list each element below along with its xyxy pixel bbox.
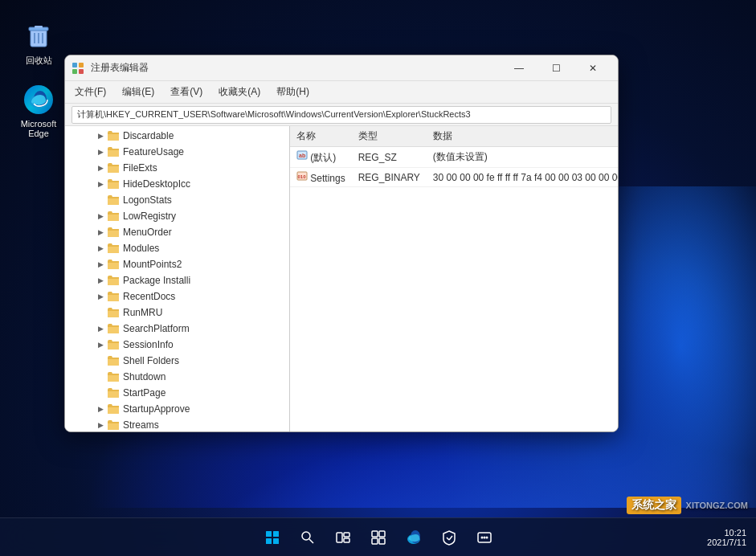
menu-favorites[interactable]: 收藏夹(A) — [212, 83, 267, 101]
tree-item-modules[interactable]: ▶ Modules — [65, 240, 289, 256]
expand-icon — [94, 354, 107, 367]
menu-file[interactable]: 文件(F) — [68, 83, 112, 101]
recycle-bin-label: 回收站 — [26, 55, 52, 67]
expand-icon: ▶ — [94, 274, 107, 287]
expand-icon: ▶ — [94, 161, 107, 174]
tree-item-mountpoints2[interactable]: ▶ MountPoints2 — [65, 256, 289, 272]
tree-label-startpage: StartPage — [123, 387, 166, 399]
svg-point-20 — [302, 532, 310, 540]
folder-icon — [107, 387, 120, 399]
tree-item-shellfolders[interactable]: Shell Folders — [65, 353, 289, 369]
expand-icon: ▶ — [94, 242, 107, 255]
svg-text:010: 010 — [298, 174, 307, 179]
tree-item-sessioninfo[interactable]: ▶ SessionInfo — [65, 337, 289, 353]
svg-rect-28 — [379, 538, 385, 544]
svg-rect-18 — [266, 538, 272, 544]
tree-item-featureusage[interactable]: ▶ FeatureUsage — [65, 144, 289, 160]
tree-label-modules: Modules — [123, 243, 159, 254]
col-data: 数据 — [427, 126, 618, 147]
expand-icon: ▶ — [94, 129, 107, 142]
svg-text:ab: ab — [299, 153, 305, 158]
menu-edit[interactable]: 编辑(E) — [116, 83, 161, 101]
edge-icon[interactable]: Microsoft Edge — [13, 80, 64, 141]
folder-icon — [107, 211, 120, 222]
tree-item-discardable[interactable]: ▶ Discardable — [65, 128, 289, 144]
maximize-button[interactable]: ☐ — [537, 55, 574, 81]
watermark-url: XITONGZ.COM — [686, 501, 748, 510]
table-row[interactable]: ab (默认) REG_SZ (数值未设置) — [290, 147, 618, 168]
folder-icon — [107, 307, 120, 318]
registry-tree[interactable]: ▶ Discardable ▶ FeatureUsage ▶ — [65, 126, 290, 431]
regedit-window: 注册表编辑器 — ☐ ✕ 文件(F) 编辑(E) 查看(V) 收藏夹(A) 帮助… — [64, 55, 619, 432]
tree-label-searchplatform: SearchPlatform — [123, 323, 190, 334]
tree-item-shutdown[interactable]: Shutdown — [65, 369, 289, 385]
svg-rect-19 — [273, 538, 279, 544]
folder-icon — [107, 243, 120, 254]
taskbar: 10:21 2021/7/11 — [0, 517, 756, 556]
svg-line-21 — [309, 539, 313, 543]
tree-label-logonstats: LogonStats — [123, 194, 172, 206]
folder-icon — [107, 162, 120, 174]
taskbar-chat[interactable] — [468, 521, 501, 554]
address-input[interactable]: 计算机\HKEY_CURRENT_USER\Software\Microsoft… — [72, 106, 611, 124]
tree-item-fileexts[interactable]: ▶ FileExts — [65, 160, 289, 176]
recycle-bin-image — [22, 19, 55, 51]
tree-item-startupapprove[interactable]: ▶ StartupApprove — [65, 401, 289, 417]
svg-point-34 — [480, 536, 483, 538]
folder-icon — [107, 130, 120, 141]
clock-date: 2021/7/11 — [707, 538, 746, 547]
table-row[interactable]: 010 Settings REG_BINARY 30 00 00 00 fe f… — [290, 168, 618, 187]
tree-item-logonstats[interactable]: LogonStats — [65, 192, 289, 208]
folder-icon — [107, 178, 120, 190]
expand-icon: ▶ — [94, 322, 107, 335]
taskbar-edge[interactable] — [398, 521, 430, 554]
tree-label-mountpoints2: MountPoints2 — [123, 259, 182, 270]
svg-rect-24 — [344, 538, 349, 542]
folder-icon — [107, 355, 120, 366]
tree-item-runmru[interactable]: RunMRU — [65, 305, 289, 321]
regedit-window-icon — [72, 62, 84, 75]
svg-rect-22 — [337, 533, 342, 542]
window-title: 注册表编辑器 — [91, 61, 501, 75]
svg-line-32 — [449, 536, 452, 540]
expand-icon: ▶ — [94, 338, 107, 351]
svg-point-36 — [485, 536, 488, 538]
tree-item-lowregistry[interactable]: ▶ LowRegistry — [65, 208, 289, 224]
folder-icon — [107, 323, 120, 334]
tree-item-searchplatform[interactable]: ▶ SearchPlatform — [65, 321, 289, 337]
cell-data-settings: 30 00 00 00 fe ff ff ff 7a f4 00 00 03 0… — [427, 168, 618, 187]
cell-data-default: (数值未设置) — [427, 147, 618, 168]
taskbar-widgets[interactable] — [362, 521, 394, 554]
registry-table: 名称 类型 数据 ab (默认) — [290, 126, 618, 187]
menu-view[interactable]: 查看(V) — [164, 83, 209, 101]
tree-label-streams: Streams — [123, 419, 159, 431]
tree-label-packageinstall: Package Installi — [123, 275, 190, 286]
taskbar-start[interactable] — [256, 521, 288, 554]
folder-icon — [107, 419, 120, 431]
svg-rect-2 — [35, 26, 43, 28]
tree-item-startpage[interactable]: StartPage — [65, 385, 289, 401]
taskbar-search[interactable] — [292, 521, 324, 554]
tree-item-packageinstall[interactable]: ▶ Package Installi — [65, 272, 289, 288]
minimize-button[interactable]: — — [501, 55, 537, 81]
tree-label-featureusage: FeatureUsage — [123, 146, 184, 157]
taskbar-taskview[interactable] — [327, 521, 359, 554]
cell-name-settings: 010 Settings — [290, 168, 352, 187]
tree-item-streams[interactable]: ▶ Streams — [65, 417, 289, 431]
expand-icon: ▶ — [94, 145, 107, 158]
close-button[interactable]: ✕ — [574, 55, 611, 81]
recycle-bin-icon[interactable]: 回收站 — [13, 16, 64, 70]
tree-item-menuorder[interactable]: ▶ MenuOrder — [65, 224, 289, 240]
address-bar: 计算机\HKEY_CURRENT_USER\Software\Microsoft… — [65, 104, 618, 126]
svg-rect-10 — [72, 69, 77, 74]
folder-icon — [107, 275, 120, 286]
taskbar-security[interactable] — [433, 521, 465, 554]
watermark-brand: 系统之家 — [627, 497, 681, 514]
expand-icon — [94, 386, 107, 399]
taskbar-clock: 10:21 2021/7/11 — [707, 528, 746, 547]
desktop: 回收站 Microsoft Edge — [0, 0, 756, 556]
tree-item-hidedesktopicons[interactable]: ▶ HideDesktopIcc — [65, 176, 289, 192]
tree-label-discardable: Discardable — [123, 130, 174, 141]
tree-item-recentdocs[interactable]: ▶ RecentDocs — [65, 288, 289, 305]
menu-help[interactable]: 帮助(H) — [270, 83, 316, 101]
